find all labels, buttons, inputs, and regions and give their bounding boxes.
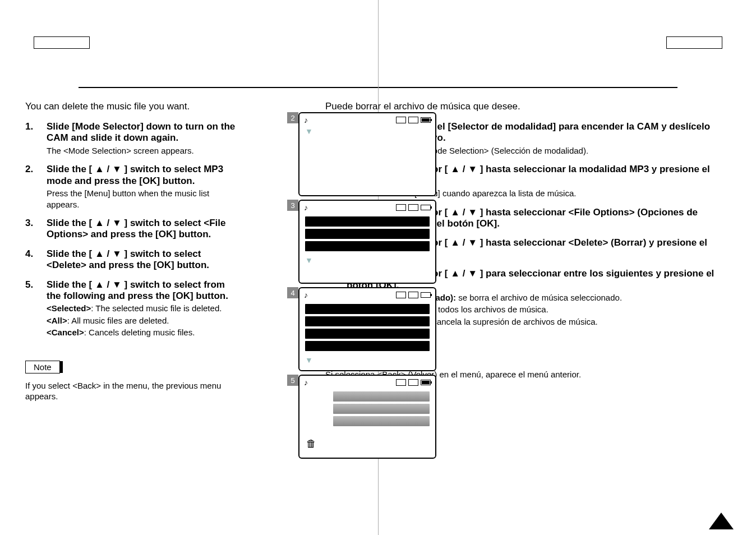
lang-tab-right (666, 36, 722, 49)
step-en-3: 3. Slide the [ ▲ / ▼ ] switch to select … (25, 218, 241, 241)
list-item (333, 416, 430, 426)
list-item (305, 229, 430, 239)
badge-3: 3 (287, 200, 298, 211)
music-note-icon: ♪ (304, 290, 308, 299)
battery-icon (421, 205, 431, 210)
badge-4: 4 (287, 287, 298, 298)
card-icon (408, 379, 418, 386)
device-screen-3: 3 ♪ ▼ (298, 200, 436, 284)
repeat-icon (396, 204, 406, 211)
opt-en-cancel: <Cancel>: Cancels deleting music files. (47, 327, 241, 338)
lang-tab-left (34, 36, 90, 49)
list-item (305, 241, 430, 251)
badge-2: 2 (287, 112, 298, 123)
device-screenshots: 2 ♪ ▼ 3 ♪ (298, 112, 436, 462)
list-item (305, 316, 430, 326)
card-icon (408, 204, 418, 211)
column-english: You can delete the music file you want. … (22, 101, 247, 402)
list-item (305, 329, 430, 339)
repeat-icon (396, 117, 406, 123)
list-item (305, 341, 430, 351)
step-en-5: 5. Slide the [ ▲ / ▼ ] switch to select … (25, 279, 241, 338)
card-icon (408, 117, 418, 123)
music-note-icon: ♪ (304, 116, 308, 124)
device-screen-2: 2 ♪ ▼ (298, 112, 436, 196)
note-label-en: Note (25, 361, 60, 373)
list-item (333, 404, 430, 414)
music-note-icon: ♪ (304, 203, 308, 212)
intro-en: You can delete the music file you want. (25, 101, 241, 112)
list-item (305, 304, 430, 314)
intro-es: Puede borrar el archivo de música que de… (325, 101, 728, 112)
step-en-1: 1. Slide [Mode Selector] down to turn on… (25, 121, 241, 156)
scroll-arrow-icon: ▼ (299, 127, 435, 136)
step-en-2: 2. Slide the [ ▲ / ▼ ] switch to select … (25, 164, 241, 210)
opt-en-all: <All>: All music files are deleted. (47, 315, 241, 326)
scroll-arrow-icon: ▼ (299, 356, 435, 365)
battery-icon (421, 117, 431, 123)
list-item (333, 391, 430, 402)
note-text-en: If you select <Back> in the menu, the pr… (25, 380, 241, 402)
repeat-icon (396, 292, 406, 298)
trash-icon: 🗑 (306, 438, 316, 450)
card-icon (408, 292, 418, 298)
scroll-arrow-icon: ▼ (299, 256, 435, 265)
badge-5: 5 (287, 375, 298, 386)
device-screen-5: 5 ♪ 🗑 (298, 375, 436, 459)
device-screen-4: 4 ♪ ▼ (298, 287, 436, 371)
music-note-icon: ♪ (304, 378, 308, 387)
list-item (305, 216, 430, 227)
opt-en-selected: <Selected>: The selected music file is d… (47, 303, 241, 314)
repeat-icon (396, 379, 406, 386)
page-corner-arrow-icon (709, 513, 734, 529)
battery-icon (421, 380, 431, 385)
battery-icon (421, 292, 431, 298)
step-en-4: 4. Slide the [ ▲ / ▼ ] switch to select … (25, 248, 241, 271)
